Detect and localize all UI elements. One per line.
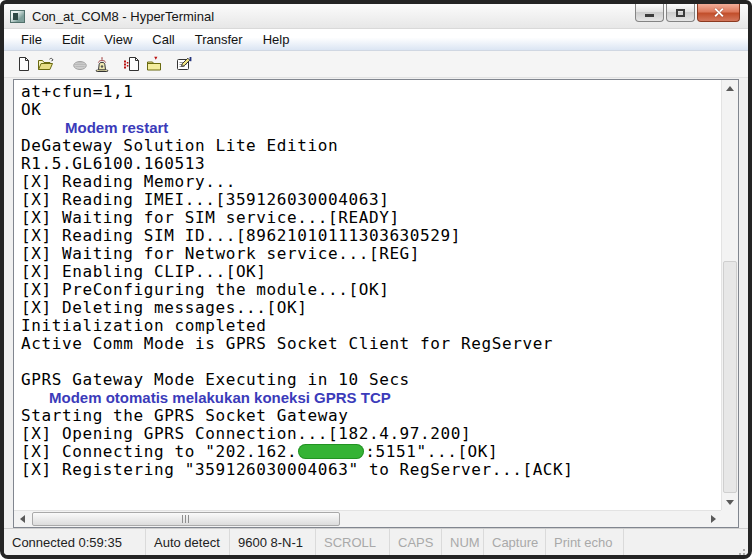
scroll-up-button[interactable] — [722, 80, 738, 96]
window-controls — [633, 4, 740, 22]
scroll-right-icon — [711, 515, 716, 523]
properties-icon[interactable] — [174, 55, 194, 73]
status-bar: Connected 0:59:35Auto detect9600 8-N-1SC… — [4, 528, 748, 555]
status-segment-caps: CAPS — [390, 529, 442, 555]
menu-item-call[interactable]: Call — [143, 30, 183, 49]
scroll-left-button[interactable] — [14, 511, 30, 527]
annotation-line: Modem otomatis melakukan koneksi GPRS TC… — [49, 389, 721, 407]
terminal-client-area: at+cfun=1,1OKModem restartDeGateway Solu… — [4, 78, 748, 528]
terminal-line: [X] Deleting messages...[OK] — [21, 299, 721, 317]
terminal-line: [X] Enabling CLIP...[OK] — [21, 263, 721, 281]
terminal-line: GPRS Gateway Mode Executing in 10 Secs — [21, 371, 721, 389]
scroll-down-button[interactable] — [722, 494, 738, 510]
terminal-line: [X] Waiting for Network service...[REG] — [21, 245, 721, 263]
maximize-button[interactable] — [666, 4, 695, 22]
terminal-line: [X] Connecting to "202.162.:5151"...[OK] — [21, 443, 721, 461]
menu-item-edit[interactable]: Edit — [53, 30, 93, 49]
window-title: Con_at_COM8 - HyperTerminal — [32, 9, 214, 24]
menu-item-view[interactable]: View — [95, 30, 141, 49]
scroll-down-icon — [726, 500, 734, 505]
terminal-frame: at+cfun=1,1OKModem restartDeGateway Solu… — [13, 79, 739, 528]
horizontal-scrollbar[interactable] — [14, 510, 721, 527]
terminal-line: [X] Waiting for SIM service...[READY] — [21, 209, 721, 227]
vertical-scrollbar-thumb[interactable] — [723, 261, 737, 493]
terminal-line: at+cfun=1,1 — [21, 83, 721, 101]
title-bar[interactable]: Con_at_COM8 - HyperTerminal — [4, 4, 748, 29]
terminal-line: R1.5.GL6100.160513 — [21, 155, 721, 173]
scrollbar-grip-icon — [182, 515, 190, 523]
terminal-line: [X] PreConfiguring the module...[OK] — [21, 281, 721, 299]
hyperterminal-window: Con_at_COM8 - HyperTerminal FileEditView… — [0, 0, 752, 559]
new-document-icon[interactable] — [14, 55, 34, 73]
terminal-line: [X] Opening GPRS Connection...[182.4.97.… — [21, 425, 721, 443]
status-segment-scroll: SCROLL — [316, 529, 390, 555]
menu-item-file[interactable]: File — [12, 30, 51, 49]
vertical-scrollbar[interactable] — [721, 80, 738, 510]
menu-item-transfer[interactable]: Transfer — [186, 30, 252, 49]
terminal-line: [X] Reading IMEI...[359126030004063] — [21, 191, 721, 209]
status-segment-auto-detect: Auto detect — [146, 529, 230, 555]
minimize-icon — [645, 14, 654, 17]
phone-call-icon[interactable] — [92, 55, 112, 73]
minimize-button[interactable] — [635, 4, 664, 22]
receive-file-icon[interactable] — [144, 55, 164, 73]
open-folder-icon[interactable] — [36, 55, 56, 73]
terminal-line: [X] Reading Memory... — [21, 173, 721, 191]
scrollbar-corner — [721, 510, 738, 527]
terminal-line: [X] Reading SIM ID...[896210101113036305… — [21, 227, 721, 245]
status-segment-print-echo: Print echo — [546, 529, 624, 555]
status-segment-capture: Capture — [484, 529, 546, 555]
terminal-line: Initialization completed — [21, 317, 721, 335]
maximize-icon — [676, 9, 685, 17]
status-bar-spacer — [624, 529, 748, 555]
scroll-up-icon — [726, 86, 734, 91]
terminal-line: OK — [21, 101, 721, 119]
menu-item-help[interactable]: Help — [254, 30, 299, 49]
redaction-highlight — [298, 444, 364, 459]
horizontal-scrollbar-thumb[interactable] — [32, 512, 340, 526]
annotation-line: Modem restart — [65, 119, 721, 137]
toolbar — [4, 51, 748, 78]
terminal-line: Starting the GPRS Socket Gateway — [21, 407, 721, 425]
scroll-left-icon — [20, 515, 25, 523]
status-segment-num: NUM — [442, 529, 484, 555]
terminal-line — [21, 353, 721, 371]
resize-grip-icon[interactable] — [743, 549, 745, 551]
close-button[interactable] — [697, 4, 740, 22]
terminal-line: Active Comm Mode is GPRS Socket Client f… — [21, 335, 721, 353]
menu-bar: FileEditViewCallTransferHelp — [4, 29, 748, 51]
status-segment-connected-0-59-35: Connected 0:59:35 — [4, 529, 146, 555]
status-segment-9600-8-n-1: 9600 8-N-1 — [230, 529, 316, 555]
close-icon — [713, 7, 724, 18]
hyperterminal-app-icon — [10, 10, 25, 23]
phone-disconnect-icon[interactable] — [70, 55, 90, 73]
terminal-line: [X] Registering "359126030004063" to Reg… — [21, 461, 721, 479]
terminal-output: at+cfun=1,1OKModem restartDeGateway Solu… — [14, 80, 721, 510]
scroll-right-button[interactable] — [705, 511, 721, 527]
send-text-file-icon[interactable] — [122, 55, 142, 73]
terminal-line: DeGateway Solution Lite Edition — [21, 137, 721, 155]
